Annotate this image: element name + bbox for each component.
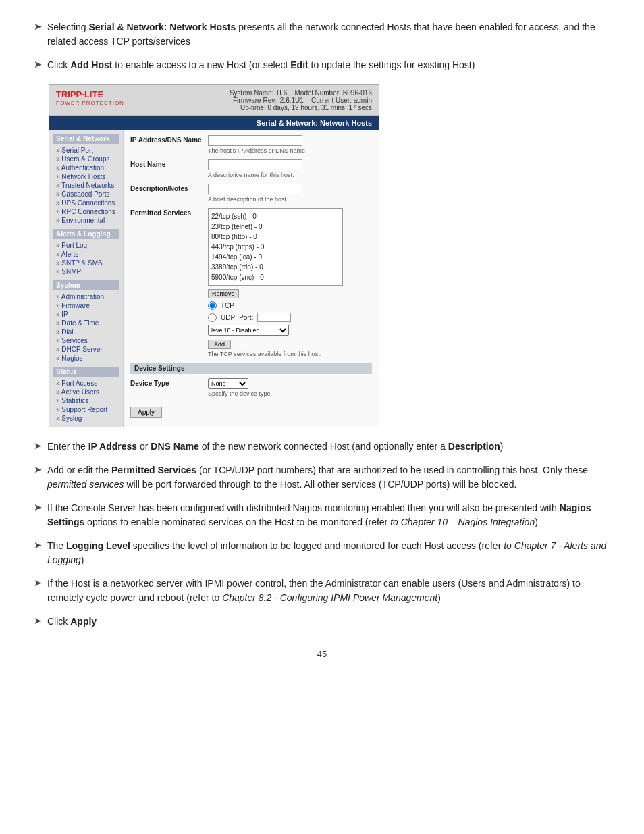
- add-button[interactable]: Add: [208, 340, 231, 349]
- tcp-radio[interactable]: [208, 301, 217, 310]
- firmware-label: Firmware Rev.:: [233, 97, 278, 104]
- bullet-arrow-7: ➤: [34, 577, 42, 588]
- ss-main: IP Address/DNS Name The host's IP Addres…: [124, 130, 379, 427]
- ss-title-bar: Serial & Network: Network Hosts: [49, 116, 379, 130]
- bullet-8: ➤ Click Apply: [34, 615, 610, 629]
- sidebar-item-firmware[interactable]: Firmware: [53, 301, 119, 310]
- bullet-7: ➤ If the Host is a networked server with…: [34, 577, 610, 605]
- bullet-arrow-6: ➤: [34, 540, 42, 550]
- model-number-value: B096-016: [343, 89, 372, 97]
- bullet-arrow-3: ➤: [34, 440, 42, 451]
- hostname-field-area: A descriptive name for this host.: [208, 159, 372, 178]
- ip-input[interactable]: [208, 135, 302, 146]
- sidebar-section-serial: Serial & Network: [53, 134, 119, 144]
- bullet-text-5: If the Console Server has been configure…: [47, 501, 610, 529]
- uptime: Up-time: 0 days, 19 hours, 31 mins, 17 s…: [230, 104, 372, 111]
- services-list: 22/tcp (ssh) - 0 23/tcp (telnet) - 0 80/…: [208, 208, 343, 286]
- device-type-select[interactable]: None: [208, 378, 248, 389]
- sidebar-item-alerts[interactable]: Alerts: [53, 250, 119, 259]
- tcp-udp-row: TCP: [208, 301, 372, 310]
- sidebar-item-ip[interactable]: IP: [53, 310, 119, 319]
- sidebar-item-snmp[interactable]: SNMP: [53, 267, 119, 276]
- sidebar-item-cascaded-ports[interactable]: Cascaded Ports: [53, 190, 119, 199]
- udp-row: UDP Port:: [208, 313, 372, 322]
- sidebar-section-alerts: Alerts & Logging: [53, 229, 119, 239]
- bullet-6: ➤ The Logging Level specifies the level …: [34, 539, 610, 567]
- desc-label: Description/Notes: [130, 184, 208, 192]
- sidebar-item-port-access[interactable]: Port Access: [53, 379, 119, 388]
- sidebar-item-port-log[interactable]: Port Log: [53, 241, 119, 250]
- ip-hint: The host's IP Address or DNS name.: [208, 147, 372, 154]
- sidebar-item-dial[interactable]: Dial: [53, 328, 119, 336]
- sidebar-item-serial-port[interactable]: Serial Port: [53, 146, 119, 155]
- bullet-2: ➤ Click Add Host to enable access to a n…: [34, 58, 610, 72]
- bullet-arrow-2: ➤: [34, 59, 42, 70]
- sidebar-item-authentication[interactable]: Authentication: [53, 163, 119, 172]
- hostname-hint: A descriptive name for this host.: [208, 172, 372, 178]
- sidebar-item-ups-connections[interactable]: UPS Connections: [53, 199, 119, 207]
- sidebar-item-date-time[interactable]: Date & Time: [53, 319, 119, 328]
- apply-button[interactable]: Apply: [130, 407, 162, 418]
- bullet-text-2: Click Add Host to enable access to a new…: [47, 58, 475, 72]
- level-select[interactable]: level10 - Disabled: [208, 325, 289, 336]
- service-item-vnc: 5900/tcp (vnc) - 0: [211, 272, 340, 282]
- ip-label: IP Address/DNS Name: [130, 135, 208, 144]
- tcp-label: TCP: [221, 302, 234, 309]
- logo: TRIPP·LITE POWER PROTECTION: [56, 89, 124, 106]
- sidebar-item-support-report[interactable]: Support Report: [53, 405, 119, 414]
- bullet-text-7: If the Host is a networked server with I…: [47, 577, 610, 605]
- device-type-area: None Specify the device type.: [208, 378, 372, 397]
- sidebar-item-sntp-sms[interactable]: SNTP & SMS: [53, 259, 119, 267]
- sidebar-item-rpc-connections[interactable]: RPC Connections: [53, 207, 119, 216]
- screenshot-box: TRIPP·LITE POWER PROTECTION System Name:…: [49, 84, 379, 427]
- system-name-value: TL6: [275, 89, 287, 97]
- sidebar-item-network-hosts[interactable]: Network Hosts: [53, 172, 119, 181]
- sidebar-item-environmental[interactable]: Environmental: [53, 216, 119, 225]
- service-item-ssh: 22/tcp (ssh) - 0: [211, 211, 340, 221]
- service-item-https: 443/tcp (https) - 0: [211, 242, 340, 252]
- service-item-ica: 1494/tcp (ica) - 0: [211, 252, 340, 262]
- hostname-label: Host Name: [130, 159, 208, 168]
- desc-field-area: A brief description of the host.: [208, 184, 372, 203]
- bullet-text-3: Enter the IP Address or DNS Name of the …: [47, 440, 503, 454]
- sidebar-item-trusted-networks[interactable]: Trusted Networks: [53, 181, 119, 190]
- ip-field-row: IP Address/DNS Name The host's IP Addres…: [130, 135, 372, 154]
- service-item-telnet: 23/tcp (telnet) - 0: [211, 221, 340, 232]
- sidebar-item-services[interactable]: Services: [53, 336, 119, 345]
- bullet-4: ➤ Add or edit the Permitted Services (or…: [34, 463, 610, 492]
- ip-field-area: The host's IP Address or DNS name.: [208, 135, 372, 154]
- device-type-label: Device Type: [130, 378, 208, 387]
- ss-sidebar: Serial & Network Serial Port Users & Gro…: [49, 130, 124, 427]
- udp-radio[interactable]: [208, 313, 217, 322]
- logo-line1: TRIPP·LITE: [56, 89, 124, 100]
- services-field-area: 22/tcp (ssh) - 0 23/tcp (telnet) - 0 80/…: [208, 208, 372, 357]
- ss-body: Serial & Network Serial Port Users & Gro…: [49, 130, 379, 427]
- bullet-text-4: Add or edit the Permitted Services (or T…: [47, 463, 610, 492]
- sidebar-item-syslog[interactable]: Syslog: [53, 414, 119, 423]
- sidebar-item-active-users[interactable]: Active Users: [53, 388, 119, 396]
- bullet-arrow-5: ➤: [34, 502, 42, 513]
- sidebar-item-nagios[interactable]: Nagios: [53, 354, 119, 363]
- bullet-1: ➤ Selecting Serial & Network: Network Ho…: [34, 20, 610, 49]
- desc-input[interactable]: [208, 184, 302, 194]
- bullet-text-6: The Logging Level specifies the level of…: [47, 539, 610, 567]
- ss-header: TRIPP·LITE POWER PROTECTION System Name:…: [49, 85, 379, 116]
- port-input[interactable]: [257, 313, 291, 322]
- hostname-input[interactable]: [208, 159, 302, 170]
- sidebar-item-users-groups[interactable]: Users & Groups: [53, 155, 119, 163]
- current-user-value: admin: [354, 97, 372, 104]
- device-type-hint: Specify the device type.: [208, 390, 372, 397]
- firmware-value: 2.6.1U1: [280, 97, 304, 104]
- remove-button[interactable]: Remove: [208, 289, 239, 298]
- sidebar-item-administration[interactable]: Administration: [53, 292, 119, 301]
- firmware-row: Firmware Rev.: 2.6.1U1 Current User: adm…: [230, 97, 372, 104]
- sidebar-section-status: Status: [53, 367, 119, 377]
- service-item-rdp: 3389/tcp (rdp) - 0: [211, 262, 340, 272]
- device-type-row: Device Type None Specify the device type…: [130, 378, 372, 397]
- ss-header-info: System Name: TL6 Model Number: B096-016 …: [230, 89, 372, 111]
- sidebar-item-statistics[interactable]: Statistics: [53, 396, 119, 405]
- service-item-http: 80/tcp (http) - 0: [211, 232, 340, 242]
- current-user-label: Current User:: [311, 97, 352, 104]
- sidebar-item-dhcp-server[interactable]: DHCP Server: [53, 345, 119, 354]
- udp-label: UDP: [221, 314, 235, 321]
